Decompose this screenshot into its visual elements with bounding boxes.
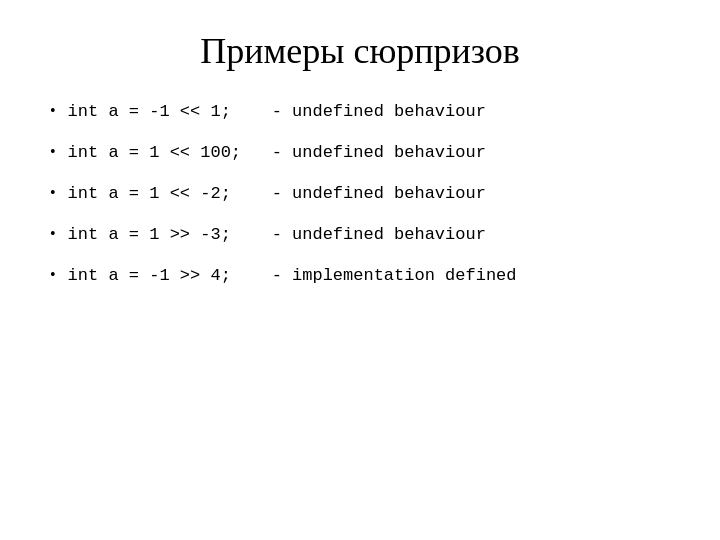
code-line-5: int a = -1 >> 4; - implementation define… bbox=[68, 266, 517, 285]
list-item: • int a = 1 << 100; - undefined behaviou… bbox=[50, 143, 670, 162]
bullet-1: • bbox=[50, 102, 56, 120]
list-item: • int a = -1 >> 4; - implementation defi… bbox=[50, 266, 670, 285]
list-item: • int a = 1 << -2; - undefined behaviour bbox=[50, 184, 670, 203]
code-line-4: int a = 1 >> -3; - undefined behaviour bbox=[68, 225, 486, 244]
list-item: • int a = -1 << 1; - undefined behaviour bbox=[50, 102, 670, 121]
code-line-2: int a = 1 << 100; - undefined behaviour bbox=[68, 143, 486, 162]
bullet-3: • bbox=[50, 184, 56, 202]
page-title: Примеры сюрпризов bbox=[50, 30, 670, 72]
bullet-2: • bbox=[50, 143, 56, 161]
bullet-5: • bbox=[50, 266, 56, 284]
code-examples-list: • int a = -1 << 1; - undefined behaviour… bbox=[50, 102, 670, 307]
code-line-3: int a = 1 << -2; - undefined behaviour bbox=[68, 184, 486, 203]
bullet-4: • bbox=[50, 225, 56, 243]
list-item: • int a = 1 >> -3; - undefined behaviour bbox=[50, 225, 670, 244]
code-line-1: int a = -1 << 1; - undefined behaviour bbox=[68, 102, 486, 121]
main-container: Примеры сюрпризов • int a = -1 << 1; - u… bbox=[0, 0, 720, 540]
